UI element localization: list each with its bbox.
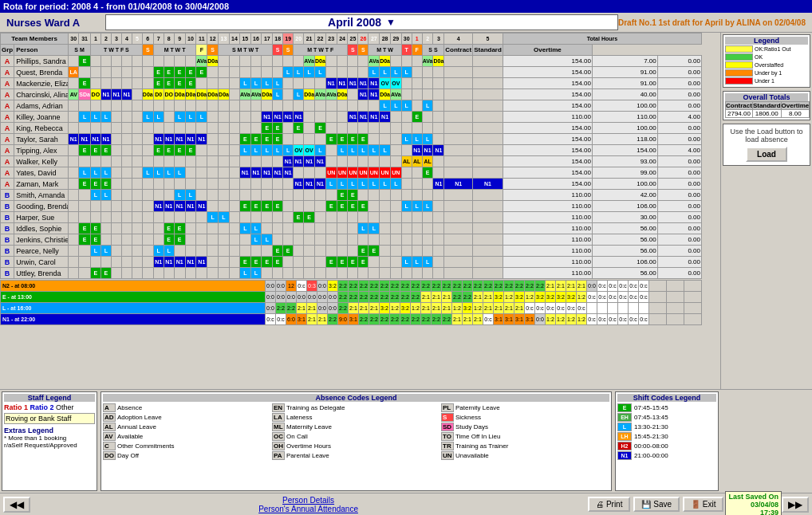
day-cell[interactable] — [304, 100, 315, 112]
day-cell[interactable]: AL — [412, 156, 422, 167]
day-cell[interactable] — [219, 234, 230, 246]
day-cell[interactable] — [79, 67, 91, 78]
day-cell[interactable]: E — [262, 134, 273, 145]
day-cell[interactable] — [219, 67, 230, 78]
day-cell[interactable] — [273, 190, 283, 201]
day-cell[interactable] — [229, 234, 239, 246]
day-cell[interactable]: E — [164, 67, 174, 78]
day-cell[interactable]: L — [294, 67, 304, 78]
day-cell[interactable] — [207, 134, 219, 145]
day-cell[interactable] — [207, 234, 219, 246]
day-cell[interactable] — [229, 145, 239, 156]
day-cell[interactable] — [294, 234, 304, 246]
day-cell[interactable]: L — [239, 223, 250, 234]
day-cell[interactable]: E — [273, 123, 283, 134]
day-cell[interactable] — [283, 134, 294, 145]
day-cell[interactable]: N1 — [348, 78, 358, 89]
day-cell[interactable] — [196, 100, 207, 112]
day-cell[interactable] — [401, 212, 412, 223]
day-cell[interactable] — [219, 112, 230, 123]
day-cell[interactable]: N1 — [262, 167, 273, 179]
day-cell[interactable] — [90, 100, 101, 112]
day-cell[interactable] — [153, 156, 164, 167]
day-cell[interactable]: N1 — [185, 134, 196, 145]
day-cell[interactable] — [444, 89, 473, 100]
day-cell[interactable]: AV — [69, 89, 79, 100]
day-cell[interactable] — [315, 201, 326, 212]
day-cell[interactable]: L — [348, 179, 358, 190]
day-cell[interactable]: D0a — [174, 89, 185, 100]
day-cell[interactable] — [121, 234, 132, 246]
day-cell[interactable]: L — [401, 257, 412, 268]
day-cell[interactable] — [283, 201, 294, 212]
day-cell[interactable] — [132, 257, 142, 268]
day-cell[interactable]: E — [358, 257, 369, 268]
day-cell[interactable] — [207, 156, 219, 167]
day-cell[interactable] — [444, 145, 473, 156]
day-cell[interactable]: L — [369, 67, 380, 78]
day-cell[interactable] — [391, 123, 402, 134]
day-cell[interactable]: L — [358, 179, 369, 190]
day-cell[interactable] — [401, 234, 412, 246]
day-cell[interactable] — [473, 89, 503, 100]
day-cell[interactable]: E — [325, 134, 337, 145]
day-cell[interactable]: AVa — [315, 89, 326, 100]
day-cell[interactable]: L — [422, 201, 433, 212]
day-cell[interactable] — [391, 246, 402, 257]
day-cell[interactable] — [412, 212, 422, 223]
day-cell[interactable] — [473, 56, 503, 67]
day-cell[interactable] — [69, 234, 79, 246]
day-cell[interactable]: L — [101, 167, 111, 179]
day-cell[interactable] — [121, 156, 132, 167]
day-cell[interactable]: E — [273, 134, 283, 145]
day-cell[interactable]: N1 — [101, 89, 111, 100]
day-cell[interactable]: L — [90, 167, 101, 179]
day-cell[interactable]: L — [380, 145, 391, 156]
day-cell[interactable]: L — [196, 112, 207, 123]
day-cell[interactable] — [262, 190, 273, 201]
day-cell[interactable] — [79, 123, 91, 134]
day-cell[interactable] — [444, 56, 473, 67]
day-cell[interactable]: E — [358, 201, 369, 212]
day-cell[interactable] — [239, 67, 250, 78]
day-cell[interactable] — [422, 67, 433, 78]
day-cell[interactable]: N1 — [185, 257, 196, 268]
day-cell[interactable] — [111, 156, 121, 167]
day-cell[interactable] — [207, 190, 219, 201]
day-cell[interactable] — [69, 100, 79, 112]
day-cell[interactable]: E — [369, 246, 380, 257]
day-cell[interactable] — [111, 123, 121, 134]
day-cell[interactable] — [196, 156, 207, 167]
day-cell[interactable]: E — [90, 268, 101, 279]
day-cell[interactable]: E — [325, 257, 337, 268]
name-cell[interactable]: Yates, David — [14, 167, 69, 179]
day-cell[interactable] — [239, 190, 250, 201]
day-cell[interactable] — [473, 134, 503, 145]
day-cell[interactable]: UN — [337, 167, 348, 179]
day-cell[interactable] — [358, 123, 369, 134]
day-cell[interactable]: L — [380, 179, 391, 190]
day-cell[interactable]: E — [262, 201, 273, 212]
day-cell[interactable]: L — [164, 246, 174, 257]
day-cell[interactable]: N1 — [348, 112, 358, 123]
day-cell[interactable]: N1 — [273, 112, 283, 123]
day-cell[interactable]: D0a — [185, 89, 196, 100]
day-cell[interactable] — [380, 212, 391, 223]
day-cell[interactable] — [207, 201, 219, 212]
day-cell[interactable] — [315, 78, 326, 89]
day-cell[interactable] — [132, 223, 142, 234]
day-cell[interactable] — [348, 212, 358, 223]
day-cell[interactable] — [444, 201, 473, 212]
day-cell[interactable]: E — [101, 145, 111, 156]
day-cell[interactable] — [422, 112, 433, 123]
day-cell[interactable] — [304, 268, 315, 279]
name-cell[interactable]: Urwin, Carol — [14, 257, 69, 268]
day-cell[interactable] — [185, 123, 196, 134]
day-cell[interactable] — [111, 201, 121, 212]
day-cell[interactable] — [304, 78, 315, 89]
day-cell[interactable] — [121, 167, 132, 179]
day-cell[interactable]: L — [262, 145, 273, 156]
day-cell[interactable] — [219, 56, 230, 67]
day-cell[interactable] — [121, 268, 132, 279]
nav-next-button[interactable]: ▶▶ — [782, 497, 809, 513]
